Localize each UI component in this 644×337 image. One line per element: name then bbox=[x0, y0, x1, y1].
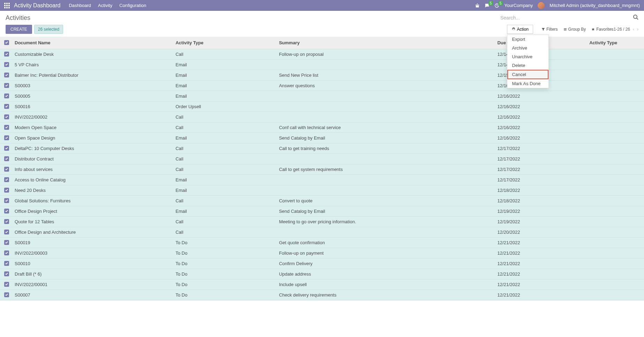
table-row[interactable]: INV/2022/00001 To Do Include upsell 12/2… bbox=[0, 279, 644, 290]
cell-due-date: 12/19/2022 bbox=[494, 217, 586, 227]
search-input[interactable] bbox=[499, 14, 638, 22]
row-checkbox[interactable] bbox=[4, 125, 9, 130]
row-checkbox[interactable] bbox=[4, 240, 9, 245]
row-checkbox[interactable] bbox=[4, 104, 9, 109]
cell-document-name: S00019 bbox=[12, 238, 173, 248]
cell-due-date: 12/17/2022 bbox=[494, 175, 586, 185]
table-row[interactable]: S00007 To Do Check delivery requirements… bbox=[0, 290, 644, 300]
cell-activity-type: To Do bbox=[173, 259, 276, 269]
table-row[interactable]: Quote for 12 Tables Call Meeting to go o… bbox=[0, 217, 644, 227]
search-icon[interactable] bbox=[633, 14, 638, 21]
row-checkbox[interactable] bbox=[4, 135, 9, 140]
row-checkbox[interactable] bbox=[4, 177, 9, 182]
cell-activity-type-2 bbox=[586, 164, 644, 175]
cell-summary bbox=[276, 91, 494, 102]
cell-activity-type: To Do bbox=[173, 248, 276, 259]
table-row[interactable]: INV/2022/00003 To Do Follow-up on paymen… bbox=[0, 248, 644, 259]
row-checkbox[interactable] bbox=[4, 83, 9, 88]
action-menu-archive[interactable]: Archive bbox=[507, 44, 548, 52]
chat-icon[interactable]: 5 bbox=[485, 3, 490, 8]
cell-due-date: 12/16/2022 bbox=[494, 102, 586, 112]
row-checkbox[interactable] bbox=[4, 114, 9, 119]
row-checkbox[interactable] bbox=[4, 156, 9, 161]
table-row[interactable]: Distributor Contract Call 12/17/2022 bbox=[0, 154, 644, 164]
filters-button[interactable]: Filters bbox=[541, 27, 558, 32]
header-activity-type-2[interactable]: Activity Type bbox=[586, 37, 644, 49]
cell-summary: Confirm Delivery bbox=[276, 259, 494, 269]
groupby-button[interactable]: Group By bbox=[563, 27, 586, 32]
table-row[interactable]: Open Space Design Email Send Catalog by … bbox=[0, 133, 644, 143]
cell-activity-type: Email bbox=[173, 81, 276, 91]
row-checkbox[interactable] bbox=[4, 93, 9, 98]
table-row[interactable]: S00016 Order Upsell 12/16/2022 bbox=[0, 102, 644, 112]
table-row[interactable]: Info about services Call Call to get sys… bbox=[0, 164, 644, 175]
apps-icon[interactable] bbox=[4, 3, 10, 8]
favorites-label: Favorites bbox=[596, 27, 613, 32]
nav-activity[interactable]: Activity bbox=[98, 3, 112, 8]
cell-summary: Follow-up on payment bbox=[276, 248, 494, 259]
table-row[interactable]: S00005 Email 12/16/2022 bbox=[0, 91, 644, 102]
action-menu-mark-as-done[interactable]: Mark As Done bbox=[507, 79, 548, 88]
user-name[interactable]: Mitchell Admin (activity_dashboard_mngmn… bbox=[550, 3, 640, 8]
pager-next-icon[interactable]: › bbox=[637, 27, 638, 32]
action-menu-export[interactable]: Export bbox=[507, 35, 548, 44]
row-checkbox[interactable] bbox=[4, 230, 9, 234]
row-checkbox[interactable] bbox=[4, 188, 9, 193]
avatar[interactable] bbox=[538, 2, 545, 9]
table-row[interactable]: Access to Online Catalog Email 12/17/202… bbox=[0, 175, 644, 185]
clock-icon[interactable]: 5 bbox=[494, 3, 499, 8]
action-menu-cancel[interactable]: Cancel bbox=[507, 70, 548, 79]
action-label: Action bbox=[517, 27, 529, 32]
cell-document-name: INV/2022/00002 bbox=[12, 112, 173, 122]
action-menu-delete[interactable]: Delete bbox=[507, 61, 548, 70]
row-checkbox[interactable] bbox=[4, 250, 9, 255]
nav-dashboard[interactable]: Dashboard bbox=[69, 3, 91, 8]
cell-activity-type-2 bbox=[586, 175, 644, 185]
selected-count-badge[interactable]: 26 selected bbox=[34, 25, 63, 34]
gift-icon[interactable] bbox=[475, 3, 480, 8]
pager-prev-icon[interactable]: ‹ bbox=[633, 27, 634, 32]
table-row[interactable]: Office Design and Architecture Call 12/2… bbox=[0, 227, 644, 238]
nav-configuration[interactable]: Configuration bbox=[119, 3, 146, 8]
header-document-name[interactable]: Document Name bbox=[12, 37, 173, 49]
header-activity-type[interactable]: Activity Type bbox=[173, 37, 276, 49]
cell-document-name: Modern Open Space bbox=[12, 122, 173, 133]
table-row[interactable]: INV/2022/00002 Call 12/16/2022 bbox=[0, 112, 644, 122]
cell-summary: Send New Price list bbox=[276, 70, 494, 81]
cell-activity-type: Call bbox=[173, 227, 276, 238]
cell-summary: Update address bbox=[276, 269, 494, 279]
row-checkbox[interactable] bbox=[4, 167, 9, 172]
row-checkbox[interactable] bbox=[4, 209, 9, 214]
action-button[interactable]: Action bbox=[507, 25, 533, 34]
pager-text[interactable]: 1-26 / 26 bbox=[614, 27, 630, 32]
table-row[interactable]: S00010 To Do Confirm Delivery 12/21/2022 bbox=[0, 259, 644, 269]
table-row[interactable]: Modern Open Space Call Conf call with te… bbox=[0, 122, 644, 133]
table-row[interactable]: Global Solutions: Furnitures Call Conver… bbox=[0, 196, 644, 206]
row-checkbox[interactable] bbox=[4, 52, 9, 57]
row-checkbox[interactable] bbox=[4, 261, 9, 266]
table-row[interactable]: Draft Bill (* 6) To Do Update address 12… bbox=[0, 269, 644, 279]
cell-summary bbox=[276, 112, 494, 122]
header-summary[interactable]: Summary bbox=[276, 37, 494, 49]
company-name[interactable]: YourCompany bbox=[504, 3, 533, 8]
table-row[interactable]: DeltaPC: 10 Computer Desks Call Call to … bbox=[0, 143, 644, 154]
row-checkbox[interactable] bbox=[4, 146, 9, 151]
table-row[interactable]: Need 20 Desks Email 12/18/2022 bbox=[0, 185, 644, 196]
cell-activity-type-2 bbox=[586, 70, 644, 81]
select-all-checkbox[interactable] bbox=[4, 40, 9, 45]
table-row[interactable]: S00019 To Do Get quote confirmation 12/2… bbox=[0, 238, 644, 248]
action-menu-unarchive[interactable]: Unarchive bbox=[507, 52, 548, 61]
cell-activity-type: Call bbox=[173, 112, 276, 122]
nav-brand[interactable]: Activity Dashboard bbox=[14, 2, 60, 9]
row-checkbox[interactable] bbox=[4, 219, 9, 224]
row-checkbox[interactable] bbox=[4, 73, 9, 77]
row-checkbox[interactable] bbox=[4, 62, 9, 67]
favorites-button[interactable]: Favorites bbox=[591, 27, 613, 32]
create-button[interactable]: CREATE bbox=[6, 25, 32, 34]
row-checkbox[interactable] bbox=[4, 198, 9, 203]
row-checkbox[interactable] bbox=[4, 271, 9, 276]
row-checkbox[interactable] bbox=[4, 292, 9, 297]
table-row[interactable]: Office Design Project Email Send Catalog… bbox=[0, 206, 644, 217]
cell-activity-type: Email bbox=[173, 133, 276, 143]
row-checkbox[interactable] bbox=[4, 282, 9, 287]
